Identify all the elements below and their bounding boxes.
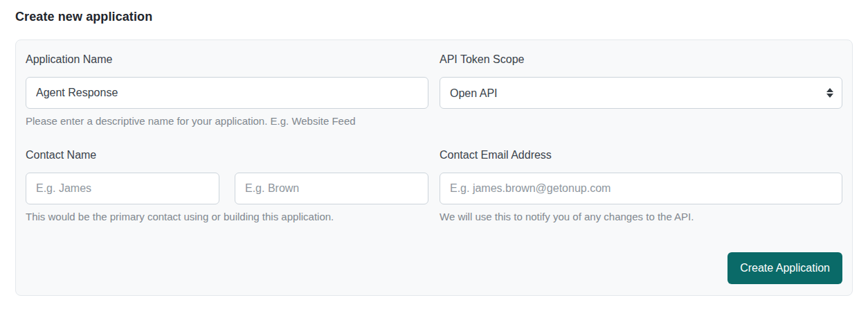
contact-email-input[interactable] <box>440 173 842 204</box>
application-name-input[interactable] <box>26 77 428 109</box>
application-name-field-group: Application Name Please enter a descript… <box>26 54 428 128</box>
contact-name-label: Contact Name <box>26 150 428 161</box>
contact-first-name-input[interactable] <box>26 173 219 204</box>
form-actions: Create Application <box>26 252 842 284</box>
contact-email-label: Contact Email Address <box>440 150 842 161</box>
contact-last-name-input[interactable] <box>235 173 428 204</box>
contact-name-help: This would be the primary contact using … <box>26 210 428 224</box>
contact-name-inputs <box>26 173 428 204</box>
api-token-scope-select-wrap: Open API <box>440 77 842 109</box>
create-application-button[interactable]: Create Application <box>727 252 842 284</box>
form-row-1: Application Name Please enter a descript… <box>26 54 842 128</box>
application-name-help: Please enter a descriptive name for your… <box>26 114 428 128</box>
contact-email-field-group: Contact Email Address We will use this t… <box>440 150 842 224</box>
contact-name-field-group: Contact Name This would be the primary c… <box>26 150 428 224</box>
contact-email-help: We will use this to notify you of any ch… <box>440 210 842 224</box>
api-token-scope-field-group: API Token Scope Open API <box>440 54 842 128</box>
api-token-scope-label: API Token Scope <box>440 54 842 65</box>
create-application-form: Application Name Please enter a descript… <box>15 40 853 296</box>
api-token-scope-select[interactable]: Open API <box>440 77 842 109</box>
page-title: Create new application <box>15 10 853 24</box>
form-row-2: Contact Name This would be the primary c… <box>26 150 842 224</box>
application-name-label: Application Name <box>26 54 428 65</box>
